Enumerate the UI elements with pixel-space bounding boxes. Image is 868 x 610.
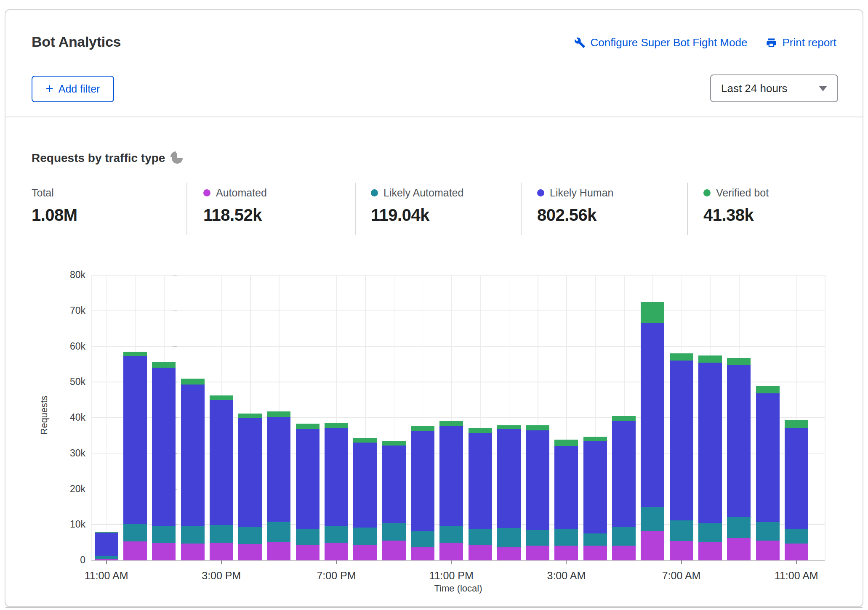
chart-bar-segment[interactable] — [411, 431, 434, 531]
chart-bar-segment[interactable] — [497, 429, 521, 528]
chart-bar-segment[interactable] — [382, 523, 406, 541]
chart-bar-segment[interactable] — [497, 528, 521, 547]
chart-bar-segment[interactable] — [382, 446, 406, 523]
y-tick-mark — [173, 346, 177, 347]
chart-bar-segment[interactable] — [411, 547, 434, 560]
chart-bar-segment[interactable] — [785, 420, 808, 428]
chart-bar-segment[interactable] — [210, 525, 233, 543]
chart-bar-segment[interactable] — [267, 417, 290, 522]
chart-bar-segment[interactable] — [526, 425, 549, 430]
chart-bar-segment[interactable] — [785, 428, 808, 530]
chart-bar-segment[interactable] — [612, 416, 636, 421]
chart-bar-segment[interactable] — [95, 532, 118, 533]
chart-bar-segment[interactable] — [497, 425, 521, 429]
chart-bar-segment[interactable] — [238, 544, 262, 560]
chart-bar-segment[interactable] — [526, 546, 549, 560]
chart-bar-segment[interactable] — [382, 441, 406, 446]
chart-bar-segment[interactable] — [325, 428, 348, 526]
chart-bar-segment[interactable] — [612, 527, 636, 546]
chart-bar-segment[interactable] — [583, 441, 607, 533]
chart-bar-segment[interactable] — [670, 361, 693, 521]
chart-bar-segment[interactable] — [641, 302, 664, 324]
chart-bar-segment[interactable] — [439, 543, 463, 560]
chart-bar-segment[interactable] — [267, 522, 290, 542]
chart-bar-segment[interactable] — [411, 531, 434, 547]
chart-bar-segment[interactable] — [497, 547, 521, 560]
chart-bar-segment[interactable] — [698, 523, 722, 542]
chart-bar-segment[interactable] — [612, 421, 636, 527]
chart-bar-segment[interactable] — [554, 440, 578, 446]
chart-bar-segment[interactable] — [756, 541, 780, 560]
chart-bar-segment[interactable] — [238, 414, 262, 418]
chart-bar-segment[interactable] — [181, 544, 205, 560]
chart-bar-segment[interactable] — [785, 544, 808, 560]
chart-bar-segment[interactable] — [526, 430, 549, 530]
chart-bar-segment[interactable] — [526, 530, 549, 546]
chart-bar-segment[interactable] — [152, 543, 176, 560]
chart-bar-segment[interactable] — [583, 546, 607, 560]
chart-bar-segment[interactable] — [698, 355, 722, 363]
chart-bar-segment[interactable] — [756, 386, 780, 394]
chart-bar-segment[interactable] — [353, 545, 377, 560]
chart-bar-segment[interactable] — [152, 368, 176, 525]
chart-bar-segment[interactable] — [296, 424, 320, 430]
chart-bar-segment[interactable] — [210, 395, 233, 400]
chart-bar-segment[interactable] — [152, 526, 176, 544]
chart-bar-segment[interactable] — [181, 385, 205, 526]
chart-bar-segment[interactable] — [411, 426, 434, 431]
chart-bar-segment[interactable] — [756, 393, 780, 522]
chart-bar-segment[interactable] — [670, 520, 693, 541]
chart-bar-segment[interactable] — [181, 526, 205, 544]
chart-bar-segment[interactable] — [267, 411, 290, 417]
chart-bar-segment[interactable] — [469, 428, 492, 433]
chart-bar-segment[interactable] — [670, 541, 693, 560]
chart-bar-segment[interactable] — [353, 528, 377, 545]
chart-bar-segment[interactable] — [469, 433, 492, 529]
chart-bar-segment[interactable] — [554, 546, 578, 560]
chart-bar-segment[interactable] — [296, 429, 320, 528]
chart-bar-segment[interactable] — [439, 421, 463, 425]
chart-bar-segment[interactable] — [152, 362, 176, 368]
chart-bar-segment[interactable] — [641, 507, 664, 531]
chart-bar-segment[interactable] — [670, 353, 693, 360]
chart-bar-segment[interactable] — [727, 538, 751, 560]
chart-bar-segment[interactable] — [238, 418, 262, 527]
chart-bar-segment[interactable] — [469, 529, 492, 545]
chart-bar-segment[interactable] — [353, 438, 377, 443]
chart-bar-segment[interactable] — [238, 527, 262, 544]
chart-bar-segment[interactable] — [785, 529, 808, 544]
chart-bar-segment[interactable] — [123, 541, 147, 560]
chart-bar-segment[interactable] — [554, 446, 578, 529]
chart-bar-segment[interactable] — [583, 533, 607, 546]
chart-bar-segment[interactable] — [756, 522, 780, 540]
chart-bar-segment[interactable] — [123, 356, 147, 523]
chart-bar-segment[interactable] — [123, 524, 147, 541]
chart-bar-segment[interactable] — [123, 352, 147, 356]
chart-bar-segment[interactable] — [95, 556, 118, 559]
chart-bar-segment[interactable] — [325, 423, 348, 429]
chart-bar-segment[interactable] — [296, 545, 320, 560]
chart-bar-segment[interactable] — [612, 546, 636, 560]
chart-bar-segment[interactable] — [210, 543, 233, 560]
chart-bar-segment[interactable] — [325, 543, 348, 560]
chart-bar-segment[interactable] — [382, 541, 406, 560]
chart-bar-segment[interactable] — [641, 323, 664, 507]
chart-bar-segment[interactable] — [210, 400, 233, 525]
chart-bar-segment[interactable] — [439, 426, 463, 526]
chart-bar-segment[interactable] — [353, 443, 377, 528]
chart-bar-segment[interactable] — [727, 365, 751, 517]
chart-bar-segment[interactable] — [469, 545, 492, 560]
chart-bar-segment[interactable] — [181, 379, 205, 385]
chart-bar-segment[interactable] — [439, 526, 463, 543]
chart-bar-segment[interactable] — [296, 529, 320, 545]
chart-bar-segment[interactable] — [95, 533, 118, 556]
chart-bar-segment[interactable] — [554, 529, 578, 546]
chart-bar-segment[interactable] — [727, 517, 751, 538]
chart-bar-segment[interactable] — [727, 358, 751, 365]
chart-bar-segment[interactable] — [641, 531, 664, 560]
chart-bar-segment[interactable] — [583, 437, 607, 441]
chart-bar-segment[interactable] — [325, 526, 348, 543]
chart-bar-segment[interactable] — [267, 542, 290, 560]
chart-bar-segment[interactable] — [698, 542, 722, 560]
chart-bar-segment[interactable] — [698, 363, 722, 523]
